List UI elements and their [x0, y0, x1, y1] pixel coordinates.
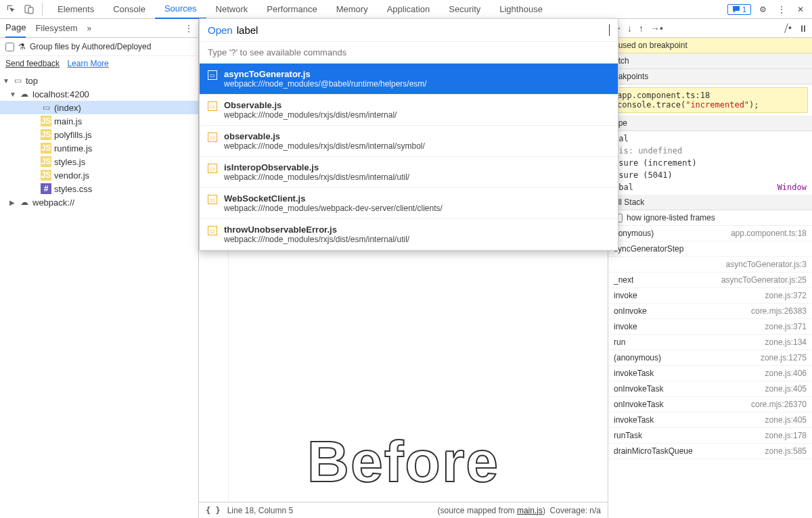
- editor-panel: 252627 }} Open Type '?' to see available…: [199, 19, 608, 518]
- deactivate-bp-icon[interactable]: ⧸•: [784, 22, 792, 34]
- tab-lighthouse[interactable]: Lighthouse: [490, 0, 552, 19]
- file-icon: ▭: [208, 164, 217, 173]
- device-toggle-icon[interactable]: [22, 2, 37, 17]
- file-icon: ▭: [208, 101, 217, 111]
- open-keyword: Open: [208, 24, 233, 36]
- page-tab[interactable]: Page: [5, 18, 26, 38]
- open-result-item[interactable]: ▭asyncToGenerator.jswebpack:///node_modu…: [200, 64, 618, 95]
- braces-icon[interactable]: { }: [206, 506, 221, 515]
- tab-console[interactable]: Console: [104, 0, 155, 19]
- watch-section[interactable]: atch: [608, 53, 812, 69]
- callstack-frame[interactable]: syncGeneratorStep: [608, 241, 812, 257]
- tree-file[interactable]: JSruntime.js: [0, 141, 198, 155]
- open-result-item[interactable]: ▭WebSocketClient.jswebpack:///node_modul…: [200, 188, 618, 219]
- callstack-section[interactable]: all Stack: [608, 195, 812, 210]
- tab-network[interactable]: Network: [206, 0, 258, 19]
- callstack-frame[interactable]: runzone.js:134: [608, 335, 812, 350]
- file-icon: ▭: [208, 195, 217, 204]
- call-stack-list: nonymous)app.component.ts:18syncGenerato…: [608, 226, 812, 518]
- tree-top[interactable]: ▼▭top: [0, 74, 198, 87]
- open-result-item[interactable]: ▭isInteropObservable.jswebpack:///node_m…: [200, 157, 618, 188]
- callstack-frame[interactable]: asyncToGenerator.js:3: [608, 257, 812, 273]
- open-result-item[interactable]: ▭throwUnobservableError.jswebpack:///nod…: [200, 219, 618, 250]
- editor-status-bar: { } Line 18, Column 5 (source mapped fro…: [199, 502, 608, 518]
- file-icon: ▭: [208, 70, 217, 80]
- cursor-position: Line 18, Column 5: [227, 506, 293, 515]
- more-icon[interactable]: ⋮: [774, 2, 789, 17]
- debugger-panel: ↷ ↓ ↑ →• ⧸• ⏸ aused on breakpoint atch e…: [608, 19, 812, 518]
- feedback-badge[interactable]: 1: [727, 4, 751, 15]
- callstack-frame[interactable]: nonymous)app.component.ts:18: [608, 226, 812, 241]
- tree-file[interactable]: JSstyles.js: [0, 155, 198, 168]
- step-out-icon[interactable]: →•: [650, 23, 663, 34]
- open-file-dropdown: Open Type '?' to see available commands …: [199, 18, 618, 251]
- close-icon[interactable]: ✕: [793, 2, 808, 17]
- tree-file[interactable]: ▭(index): [0, 101, 198, 114]
- step-over-icon[interactable]: ↓: [627, 23, 632, 34]
- tree-file[interactable]: JSpolyfills.js: [0, 128, 198, 141]
- scope-closure-1[interactable]: osure (increment): [608, 157, 812, 169]
- open-search-input[interactable]: [237, 24, 610, 36]
- tree-webpack[interactable]: ▶☁webpack://: [0, 195, 198, 209]
- scope-section[interactable]: ope: [608, 116, 812, 131]
- open-results-list: ▭asyncToGenerator.jswebpack:///node_modu…: [200, 64, 618, 250]
- debugger-toolbar: ↷ ↓ ↑ →• ⧸• ⏸: [608, 19, 812, 38]
- open-hint: Type '?' to see available commands: [200, 42, 618, 64]
- file-icon: ▭: [208, 133, 217, 142]
- source-map-info: (source mapped from main.js) Coverage: n…: [438, 506, 601, 515]
- send-feedback-link[interactable]: Send feedback: [5, 59, 60, 68]
- filesystem-tab[interactable]: Filesystem: [35, 19, 77, 37]
- file-icon: ▭: [208, 226, 217, 235]
- beaker-icon: ⚗: [18, 42, 26, 51]
- callstack-frame[interactable]: drainMicroTaskQueuezone.js:585: [608, 444, 812, 459]
- learn-more-link[interactable]: Learn More: [67, 59, 108, 68]
- tab-elements[interactable]: Elements: [48, 0, 104, 19]
- tab-sources[interactable]: Sources: [155, 0, 206, 19]
- callstack-frame[interactable]: onInvokeTaskzone.js:405: [608, 381, 812, 397]
- open-result-item[interactable]: ▭observable.jswebpack:///node_modules/rx…: [200, 126, 618, 157]
- navigator-panel: Page Filesystem » ⋮ ⚗ Group files by Aut…: [0, 19, 199, 518]
- tab-performance[interactable]: Performance: [257, 0, 326, 19]
- tree-file[interactable]: JSmain.js: [0, 114, 198, 128]
- tree-file[interactable]: JSvendor.js: [0, 168, 198, 182]
- settings-icon[interactable]: ⚙: [755, 2, 770, 17]
- devtools-top-tabs: ElementsConsoleSourcesNetworkPerformance…: [0, 0, 812, 19]
- tab-security[interactable]: Security: [439, 0, 490, 19]
- breakpoint-entry[interactable]: app.component.ts:18 console.trace("incre…: [612, 87, 808, 113]
- callstack-frame[interactable]: onInvokeTaskcore.mjs:26370: [608, 397, 812, 413]
- tab-application[interactable]: Application: [378, 0, 440, 19]
- callstack-frame[interactable]: invokeTaskzone.js:405: [608, 413, 812, 428]
- separator: [42, 3, 43, 16]
- show-ignore-row: how ignore-listed frames: [608, 210, 812, 226]
- tree-host[interactable]: ▼☁localhost:4200: [0, 87, 198, 101]
- group-files-checkbox[interactable]: [5, 43, 14, 51]
- step-into-icon[interactable]: ↑: [639, 23, 644, 34]
- callstack-frame[interactable]: onInvokecore.mjs:26383: [608, 304, 812, 319]
- navigator-more-icon[interactable]: ⋮: [185, 24, 193, 33]
- tree-file[interactable]: #styles.css: [0, 182, 198, 195]
- more-tabs-icon[interactable]: »: [87, 24, 92, 33]
- callstack-frame[interactable]: runTaskzone.js:178: [608, 428, 812, 444]
- open-result-item[interactable]: ▭Observable.jswebpack:///node_modules/rx…: [200, 95, 618, 126]
- scope-local[interactable]: cal: [608, 133, 812, 145]
- tab-memory[interactable]: Memory: [327, 0, 378, 19]
- scope-global[interactable]: obalWindow: [608, 181, 812, 193]
- callstack-frame[interactable]: invokeTaskzone.js:406: [608, 366, 812, 381]
- breakpoints-section[interactable]: eakpoints: [608, 69, 812, 85]
- inspect-icon[interactable]: [4, 2, 19, 17]
- scope-closure-2[interactable]: osure (5041): [608, 169, 812, 181]
- pause-banner: aused on breakpoint: [608, 38, 812, 53]
- feedback-count: 1: [742, 5, 746, 14]
- scope-this[interactable]: his: undefined: [608, 145, 812, 157]
- callstack-frame[interactable]: invokezone.js:371: [608, 319, 812, 335]
- file-tree: ▼▭top ▼☁localhost:4200 ▭(index)JSmain.js…: [0, 71, 198, 518]
- source-map-link[interactable]: main.js: [517, 506, 543, 515]
- pause-icon[interactable]: ⏸: [798, 23, 808, 34]
- callstack-frame[interactable]: (anonymous)zone.js:1275: [608, 350, 812, 366]
- group-files-label: Group files by Authored/Deployed: [30, 42, 151, 51]
- callstack-frame[interactable]: invokezone.js:372: [608, 288, 812, 304]
- callstack-frame[interactable]: _nextasyncToGenerator.js:25: [608, 273, 812, 288]
- svg-rect-1: [28, 7, 33, 14]
